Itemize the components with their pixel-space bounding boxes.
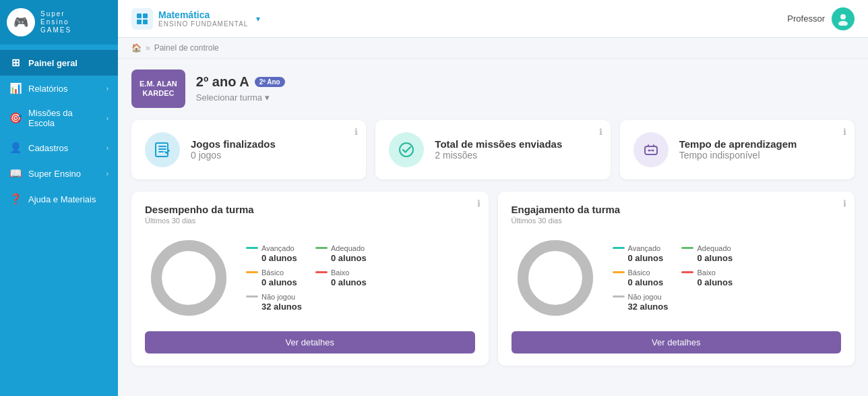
info-icon-missoes[interactable]: ℹ [599,127,602,137]
legend-value-baixo-e: 0 alunos [681,277,737,287]
svg-point-5 [838,21,848,26]
sidebar-item-label: Ajuda e Materiais [28,194,96,204]
chart-subtitle-engajamento: Últimos 30 dias [512,217,842,225]
book-icon: 📖 [9,167,22,179]
stat-value-tempo: Tempo indisponível [679,150,797,161]
legend-baixo-e: Baixo 0 alunos [681,268,737,287]
header: Matemática ENSINO FUNDAMENTAL ▾ Professo… [118,0,868,38]
charts-row: ℹ Desempenho da turma Últimos 30 dias Av… [131,192,855,366]
professor-label: Professor [787,13,825,24]
subject-icon [131,8,153,30]
class-title: 2º ano A 2º Ano [196,74,285,90]
svg-point-7 [400,143,413,157]
chart-title-engajamento: Engajamento da turma [512,204,842,215]
subject-dropdown-arrow[interactable]: ▾ [256,14,260,24]
class-header: E.M. ALAN KARDEC 2º ano A 2º Ano Selecio… [131,69,855,108]
legend-adequado-e: Adequado 0 alunos [681,244,737,263]
user-icon: 👤 [9,142,22,154]
sidebar-item-label: Cadastros [28,143,68,153]
sidebar: 🎮 Super Ensino GAMES ⊞ Painel geral 📊 Re… [0,0,118,396]
sidebar-item-relatorios[interactable]: 📊 Relatórios › [0,76,118,101]
stat-value-missoes: 2 missões [435,150,562,161]
home-icon[interactable]: 🏠 [131,43,142,53]
stat-card-jogos: Jogos finalizados 0 jogos ℹ [131,120,366,179]
sidebar-item-cadastros[interactable]: 👤 Cadastros › [0,135,118,161]
class-info: 2º ano A 2º Ano Selecionar turma ▾ [196,74,285,103]
header-right: Professor [787,7,855,30]
legend-adequado: Adequado 0 alunos [315,244,371,263]
info-icon-engajamento[interactable]: ℹ [843,198,846,208]
chart-body-desempenho: Avançado 0 alunos Adequado 0 alunos Bási… [145,234,475,322]
legend-value-avancado: 0 alunos [246,253,302,263]
stats-row: Jogos finalizados 0 jogos ℹ Total de mis… [131,120,855,179]
stat-title-missoes: Total de missões enviadas [435,138,562,150]
sidebar-item-missoes[interactable]: 🎯 Missões da Escola › [0,101,118,135]
stat-text-missoes: Total de missões enviadas 2 missões [435,138,562,161]
chart-icon: 📊 [9,82,22,94]
class-badge: 2º Ano [255,77,285,87]
logo-icon: 🎮 [7,8,35,36]
legend-value-nao-jogou-e: 32 alunos [613,302,669,312]
ver-detalhes-button-engajamento[interactable]: Ver detalhes [512,331,842,353]
chart-subtitle-desempenho: Últimos 30 dias [145,217,475,225]
legend-value-nao-jogou: 32 alunos [246,302,302,312]
svg-rect-3 [143,20,148,24]
svg-point-12 [156,246,221,310]
stat-text-jogos: Jogos finalizados 0 jogos [191,138,276,161]
class-selector[interactable]: Selecionar turma ▾ [196,92,285,103]
chevron-right-icon: › [106,85,108,92]
chart-desempenho: ℹ Desempenho da turma Últimos 30 dias Av… [131,192,489,366]
svg-rect-2 [137,20,142,24]
sidebar-item-label: Super Ensino [28,169,81,179]
stat-card-missoes: Total de missões enviadas 2 missões ℹ [375,120,610,179]
sidebar-item-label: Relatórios [28,84,68,94]
stat-icon-missoes [389,132,424,167]
svg-rect-1 [143,13,148,18]
subject-level: ENSINO FUNDAMENTAL [158,20,248,28]
stat-icon-jogos [145,132,180,167]
donut-desempenho [145,234,232,322]
breadcrumb: 🏠 » Painel de controle [118,38,868,59]
chevron-right-icon: › [106,170,108,177]
legend-avancado-e: Avançado 0 alunos [613,244,669,263]
chart-title-desempenho: Desempenho da turma [145,204,475,215]
stat-card-tempo: Tempo de aprendizagem Tempo indisponível… [620,120,855,179]
legend-value-adequado: 0 alunos [315,253,371,263]
sidebar-logo: 🎮 Super Ensino GAMES [0,0,118,45]
legend-nao-jogou: Não jogou 32 alunos [246,293,302,312]
sidebar-item-label: Missões da Escola [28,108,100,128]
chart-legend-engajamento: Avançado 0 alunos Adequado 0 alunos Bási… [613,244,738,312]
legend-value-baixo: 0 alunos [315,277,371,287]
grid-icon: ⊞ [9,57,22,69]
legend-baixo: Baixo 0 alunos [315,268,371,287]
donut-engajamento [512,234,599,322]
info-icon-tempo[interactable]: ℹ [843,127,846,137]
page-content: E.M. ALAN KARDEC 2º ano A 2º Ano Selecio… [118,59,868,396]
sidebar-item-super-ensino[interactable]: 📖 Super Ensino › [0,161,118,186]
header-left: Matemática ENSINO FUNDAMENTAL ▾ [131,8,260,30]
chevron-right-icon: › [106,144,108,152]
stat-title-jogos: Jogos finalizados [191,138,276,150]
stat-value-jogos: 0 jogos [191,150,276,161]
legend-value-avancado-e: 0 alunos [613,253,669,263]
sidebar-item-ajuda[interactable]: ❓ Ajuda e Materiais [0,186,118,212]
svg-point-14 [523,246,588,310]
chart-legend-desempenho: Avançado 0 alunos Adequado 0 alunos Bási… [246,244,371,312]
chart-engajamento: ℹ Engajamento da turma Últimos 30 dias A… [498,192,855,366]
info-icon-desempenho[interactable]: ℹ [477,198,480,208]
breadcrumb-current: Painel de controle [154,43,219,53]
info-icon-jogos[interactable]: ℹ [354,127,358,137]
stat-title-tempo: Tempo de aprendizagem [679,138,797,150]
stat-icon-tempo [633,132,669,167]
stat-text-tempo: Tempo de aprendizagem Tempo indisponível [679,138,797,161]
avatar[interactable] [832,7,855,30]
ver-detalhes-button-desempenho[interactable]: Ver detalhes [145,331,475,353]
sidebar-item-painel-geral[interactable]: ⊞ Painel geral [0,50,118,76]
legend-value-basico: 0 alunos [246,277,302,287]
logo-text: Super Ensino GAMES [40,10,71,34]
legend-value-basico-e: 0 alunos [613,277,669,287]
chevron-right-icon: › [106,115,108,122]
legend-nao-jogou-e: Não jogou 32 alunos [613,293,669,312]
svg-rect-0 [137,13,142,18]
legend-avancado: Avançado 0 alunos [246,244,302,263]
